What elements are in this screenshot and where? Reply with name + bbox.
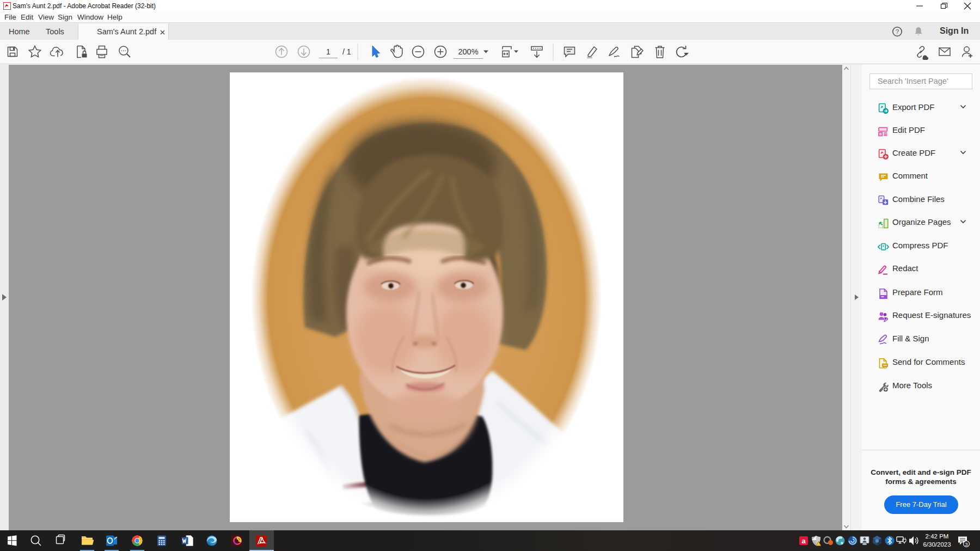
svg-text:a: a [801, 537, 806, 545]
svg-text:200%: 200% [458, 47, 478, 56]
svg-text:?: ? [896, 28, 899, 35]
svg-text:2:42 PM: 2:42 PM [926, 533, 949, 540]
svg-text:1: 1 [326, 47, 330, 56]
svg-text:3: 3 [965, 541, 967, 547]
svg-text:6/30/2023: 6/30/2023 [923, 541, 951, 548]
svg-text:/ 1: / 1 [342, 47, 351, 56]
